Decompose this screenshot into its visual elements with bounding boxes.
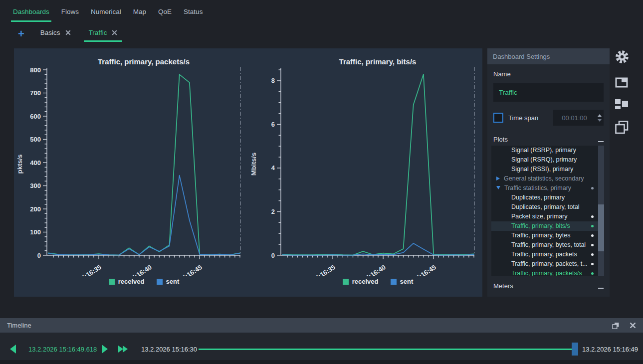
- chart-box-bits: Traffic, primary, bits/sMbits/s0246815:1…: [248, 48, 482, 297]
- time-span-stepper: [596, 110, 604, 126]
- spin-down-icon[interactable]: [598, 119, 602, 122]
- svg-text:6: 6: [271, 121, 275, 128]
- timeline-header: Timeline: [0, 318, 643, 333]
- plot-item-duplicates-primary[interactable]: Duplicates, primary: [491, 193, 598, 202]
- dashboard-name-input[interactable]: [493, 83, 604, 102]
- time-span-row: Time span 00:01:00: [493, 110, 604, 126]
- svg-text:0: 0: [37, 252, 41, 259]
- nav-item-dashboards[interactable]: Dashboards: [11, 0, 51, 22]
- plot-item-signal-rsrp-primary[interactable]: Signal (RSRP), primary: [491, 146, 598, 155]
- plots-list: Signal (RSRP), primarySignal (RSRQ), pri…: [491, 146, 604, 276]
- chevron-right-icon[interactable]: [496, 177, 500, 181]
- collapse-plots-button[interactable]: [598, 141, 604, 142]
- legend-label: sent: [400, 278, 414, 285]
- timeline-range-start: 13.2.2026 15:16:30: [141, 346, 197, 353]
- fast-forward-button[interactable]: [118, 346, 128, 355]
- time-span-input[interactable]: 00:01:00: [553, 110, 604, 126]
- duplicate-icon[interactable]: [615, 121, 629, 134]
- collapse-meters-button[interactable]: [598, 288, 604, 289]
- tab-basics[interactable]: Basics: [35, 25, 76, 42]
- svg-text:0: 0: [271, 252, 275, 259]
- plot-item-duplicates-primary-total[interactable]: Duplicates, primary, total: [491, 202, 598, 212]
- timeline-track[interactable]: [199, 349, 572, 350]
- plot-item-label: Traffic, primary, packets, t...: [511, 260, 588, 267]
- chart-box-packets: Traffic, primary, packets/spkts/s0100200…: [14, 48, 248, 297]
- new-window-icon[interactable]: [615, 77, 628, 88]
- svg-text:15:16:35: 15:16:35: [77, 263, 103, 276]
- plot-item-label: Traffic statistics, primary: [504, 184, 571, 191]
- plot-item-traffic-primary-bytes[interactable]: Traffic, primary, bytes: [491, 231, 598, 240]
- legend-item-sent: sent: [391, 278, 414, 285]
- nav-item-map[interactable]: Map: [131, 0, 148, 22]
- tabs: BasicsTraffic: [35, 25, 131, 42]
- nav-item-flows[interactable]: Flows: [59, 0, 81, 22]
- plots-scrollbar-thumb[interactable]: [598, 204, 604, 251]
- svg-text:15:16:40: 15:16:40: [361, 263, 387, 276]
- step-back-button[interactable]: [10, 345, 16, 354]
- plot-item-traffic-primary-bytes-total[interactable]: Traffic, primary, bytes, total: [491, 240, 598, 250]
- spin-up-icon[interactable]: [598, 114, 602, 117]
- timeline-slider-handle[interactable]: [572, 343, 578, 356]
- plot-item-label: Traffic, primary, packets: [511, 251, 577, 258]
- settings-panel-body: Name Time span 00:01:00 Plots Signal (RS…: [487, 64, 610, 290]
- right-toolbar: [614, 50, 640, 134]
- svg-text:15:16:45: 15:16:45: [412, 263, 437, 276]
- plot-item-label: Traffic, primary, bytes, total: [511, 241, 586, 248]
- svg-text:100: 100: [30, 228, 41, 236]
- plot-item-label: Packet size, primary: [511, 213, 568, 220]
- time-span-checkbox[interactable]: [493, 113, 503, 123]
- add-tab-button[interactable]: +: [18, 27, 24, 40]
- plots-scrollbar[interactable]: [598, 146, 604, 276]
- chart-packets[interactable]: Traffic, primary, packets/spkts/s0100200…: [14, 51, 248, 276]
- plot-item-traffic-primary-packets-s[interactable]: Traffic, primary, packets/s: [491, 269, 598, 276]
- tab-label: Basics: [40, 29, 60, 36]
- meters-section-header: Meters: [493, 282, 604, 290]
- time-span-label: Time span: [508, 114, 553, 122]
- timeline-current-time: 13.2.2026 15:16:49.618: [28, 346, 97, 353]
- meters-section-label: Meters: [493, 282, 513, 290]
- tab-close-icon[interactable]: [65, 30, 71, 35]
- name-label: Name: [493, 70, 604, 78]
- play-button[interactable]: [102, 345, 108, 354]
- plotted-dot: [591, 253, 594, 256]
- plot-item-traffic-primary-packets-t[interactable]: Traffic, primary, packets, t...: [491, 259, 598, 269]
- timeline-range-end: 13.2.2026 15:16:49: [582, 346, 638, 353]
- gear-icon[interactable]: [615, 50, 629, 64]
- chart-bits[interactable]: Traffic, primary, bits/sMbits/s0246815:1…: [248, 51, 482, 276]
- plotted-dot: [591, 244, 594, 246]
- svg-text:2: 2: [271, 208, 275, 215]
- plot-item-traffic-primary-packets[interactable]: Traffic, primary, packets: [491, 250, 598, 259]
- plotted-dot: [591, 215, 594, 218]
- plot-item-label: Signal (RSRP), primary: [511, 147, 576, 154]
- plot-item-signal-rssi-primary[interactable]: Signal (RSSI), primary: [491, 165, 598, 174]
- plot-item-traffic-primary-bits-s[interactable]: Traffic, primary, bits/s: [491, 221, 598, 231]
- svg-text:Traffic, primary, packets/s: Traffic, primary, packets/s: [98, 57, 190, 66]
- plot-item-signal-rsrq-primary[interactable]: Signal (RSRQ), primary: [491, 155, 598, 165]
- plot-item-traffic-statistics-primary[interactable]: Traffic statistics, primary: [491, 183, 598, 193]
- nav-item-qoe[interactable]: QoE: [156, 0, 174, 22]
- legend-swatch: [391, 279, 397, 285]
- plot-item-label: Duplicates, primary: [511, 194, 565, 201]
- svg-text:15:16:45: 15:16:45: [178, 263, 204, 276]
- plot-item-packet-size-primary[interactable]: Packet size, primary: [491, 212, 598, 221]
- legend-item-received: received: [343, 278, 379, 285]
- svg-text:600: 600: [30, 113, 41, 120]
- nav-item-numerical[interactable]: Numerical: [89, 0, 123, 22]
- plots-list-rows: Signal (RSRP), primarySignal (RSRQ), pri…: [491, 146, 598, 276]
- chevron-down-icon[interactable]: [496, 186, 500, 189]
- timeline-title: Timeline: [7, 322, 612, 329]
- tab-close-icon[interactable]: [112, 30, 117, 35]
- chart-legend: receivedsent: [109, 278, 180, 285]
- close-icon[interactable]: [630, 322, 636, 329]
- plot-item-general-statistics-secondary[interactable]: General statistics, secondary: [491, 174, 598, 183]
- plot-item-label: Signal (RSSI), primary: [511, 166, 573, 173]
- svg-text:200: 200: [30, 205, 41, 213]
- tab-traffic[interactable]: Traffic: [84, 25, 123, 42]
- restore-window-icon[interactable]: [612, 322, 620, 329]
- plotted-dot: [591, 272, 594, 275]
- svg-text:300: 300: [30, 182, 41, 189]
- nav-item-status[interactable]: Status: [182, 0, 205, 22]
- settings-panel-title: Dashboard Settings: [493, 53, 550, 60]
- dashboard-layout-icon[interactable]: [615, 99, 628, 110]
- timeline-panel: Timeline 13.2.2026 15:16:49.618 13.2.202…: [0, 318, 643, 360]
